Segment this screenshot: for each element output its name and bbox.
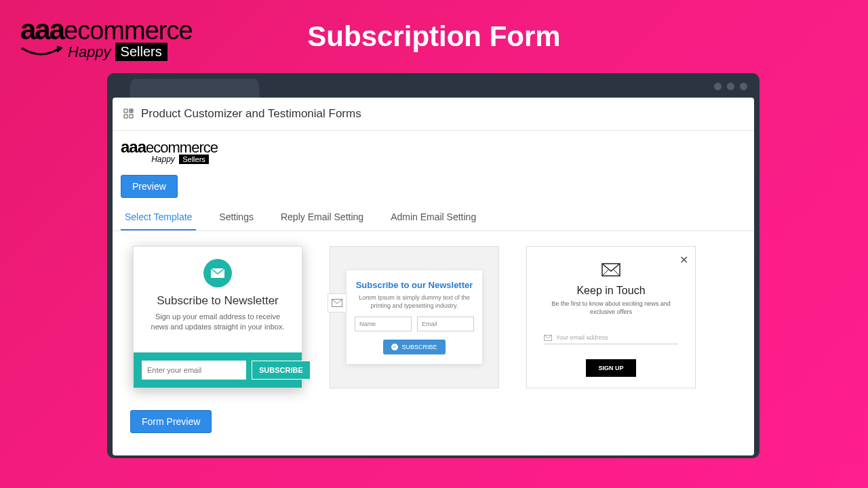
inner-logo-happy: Happy	[151, 155, 175, 164]
logo-ecommerce-text: ecommerce	[64, 16, 193, 45]
logo-sellers-box: Sellers	[115, 43, 167, 61]
preview-button[interactable]: Preview	[121, 175, 178, 198]
tab-settings[interactable]: Settings	[215, 205, 258, 230]
template-2-description: Lorem Ipsum is simply dummy text of the …	[355, 294, 474, 310]
svg-rect-0	[124, 109, 127, 113]
tabs-bar: Select Template Settings Reply Email Set…	[113, 205, 754, 231]
main-brand-logo: aaa ecommerce Happy Sellers	[20, 14, 193, 61]
window-maximize-icon[interactable]	[727, 83, 734, 90]
form-preview-button[interactable]: Form Preview	[130, 410, 212, 433]
logo-happy-text: Happy	[68, 43, 111, 61]
template-3-email-input[interactable]: Your email address	[544, 334, 678, 344]
template-2-btn-label: SUBSCRIBE	[401, 344, 437, 350]
browser-window: Product Customizer and Testimonial Forms…	[107, 73, 760, 458]
inner-logo-sellers: Sellers	[179, 155, 209, 164]
template-3-title: Keep in Touch	[576, 285, 645, 297]
template-card-2[interactable]: Subscribe to our Newsletter Lorem Ipsum …	[330, 246, 499, 388]
logo-aaa-text: aaa	[20, 14, 64, 46]
envelope-outline-icon	[601, 263, 620, 279]
browser-tab[interactable]	[130, 79, 260, 98]
smile-arrow-icon	[20, 45, 62, 59]
template-1-email-input[interactable]	[142, 361, 246, 380]
inner-brand-logo: aaa ecommerce Happy Sellers	[113, 131, 754, 168]
inner-logo-aaa: aaa	[121, 138, 146, 157]
template-1-title: Subscribe to Newsletter	[157, 294, 279, 308]
check-circle-icon: ✓	[391, 344, 398, 350]
browser-chrome	[110, 76, 757, 98]
close-icon[interactable]: ✕	[679, 253, 688, 266]
template-1-subscribe-button[interactable]: SUBSCRIBE	[252, 361, 311, 380]
template-3-description: Be the first to know about exciting news…	[527, 297, 695, 319]
tab-admin-email[interactable]: Admin Email Setting	[387, 205, 480, 230]
template-2-subscribe-button[interactable]: ✓ SUBSCRIBE	[383, 340, 445, 354]
template-2-title: Subscribe to our Newsletter	[355, 280, 474, 290]
template-2-email-input[interactable]: Email	[417, 317, 474, 331]
envelope-small-icon	[544, 335, 552, 341]
page-title: Subscription Form	[307, 20, 560, 53]
template-2-name-input[interactable]: Name	[355, 317, 412, 331]
svg-rect-2	[124, 115, 127, 118]
template-1-description: Sign up your email address to receive ne…	[134, 308, 302, 337]
templates-row: Subscribe to Newsletter Sign up your ema…	[113, 231, 754, 403]
tab-reply-email[interactable]: Reply Email Setting	[277, 205, 368, 230]
app-header: Product Customizer and Testimonial Forms	[113, 98, 754, 131]
envelope-circle-icon	[203, 259, 232, 287]
template-3-placeholder: Your email address	[556, 334, 608, 341]
envelope-tab-icon	[328, 293, 347, 312]
svg-rect-3	[130, 115, 133, 118]
template-card-1[interactable]: Subscribe to Newsletter Sign up your ema…	[133, 246, 302, 388]
window-close-icon[interactable]	[740, 83, 747, 90]
template-3-signup-button[interactable]: SIGN UP	[586, 359, 635, 377]
window-minimize-icon[interactable]	[714, 83, 722, 90]
grid-icon	[123, 108, 134, 119]
tab-select-template[interactable]: Select Template	[121, 205, 196, 230]
app-header-title: Product Customizer and Testimonial Forms	[141, 107, 361, 121]
template-card-3[interactable]: ✕ Keep in Touch Be the first to know abo…	[526, 246, 696, 388]
